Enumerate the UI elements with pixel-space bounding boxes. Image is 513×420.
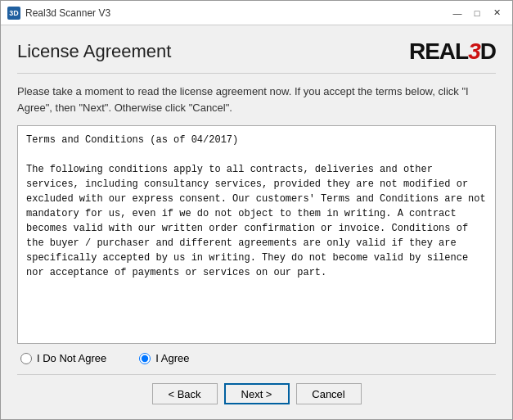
intro-text: Please take a moment to read the license… — [17, 84, 496, 115]
window-title: Real3d Scanner V3 — [25, 7, 448, 19]
close-button[interactable]: ✕ — [488, 5, 506, 21]
title-bar: 3D Real3d Scanner V3 — □ ✕ — [1, 1, 512, 25]
do-not-agree-radio[interactable] — [20, 353, 32, 364]
header-divider — [17, 73, 496, 74]
maximize-button[interactable]: □ — [468, 5, 486, 21]
agree-label[interactable]: I Agree — [139, 352, 189, 364]
app-icon: 3D — [7, 7, 20, 20]
content-area: License Agreement REAL3D Please take a m… — [1, 25, 512, 419]
agree-radio[interactable] — [139, 353, 151, 364]
license-text-area[interactable] — [17, 125, 496, 344]
window-controls: — □ ✕ — [448, 5, 506, 21]
radio-row: I Do Not Agree I Agree — [17, 352, 496, 364]
do-not-agree-text: I Do Not Agree — [37, 352, 106, 364]
next-button[interactable]: Next > — [224, 383, 290, 404]
back-button[interactable]: < Back — [152, 383, 218, 404]
header-row: License Agreement REAL3D — [17, 38, 496, 65]
main-window: 3D Real3d Scanner V3 — □ ✕ License Agree… — [0, 0, 513, 420]
license-container — [17, 125, 496, 344]
logo: REAL3D — [409, 38, 496, 65]
page-title: License Agreement — [17, 41, 171, 62]
do-not-agree-label[interactable]: I Do Not Agree — [20, 352, 106, 364]
cancel-button[interactable]: Cancel — [296, 383, 362, 404]
bottom-divider — [17, 374, 496, 375]
button-row: < Back Next > Cancel — [17, 383, 496, 411]
minimize-button[interactable]: — — [448, 5, 466, 21]
agree-text: I Agree — [155, 352, 189, 364]
